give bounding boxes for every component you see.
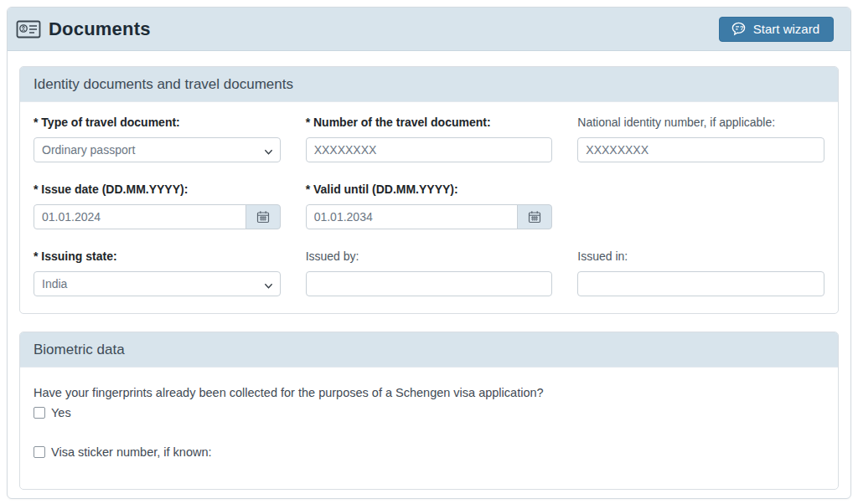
wizard-chat-icon: ? <box>731 21 747 37</box>
identity-documents-panel: Identity documents and travel documents … <box>19 66 839 314</box>
issue-date-input[interactable] <box>34 204 246 229</box>
field-national-id-number: National identity number, if applicable: <box>577 116 824 162</box>
fingerprints-yes-checkbox[interactable] <box>34 407 45 419</box>
travel-doc-number-input[interactable] <box>306 137 553 162</box>
issuing-state-select[interactable]: India <box>34 271 281 296</box>
issued-in-label: Issued in: <box>577 249 824 264</box>
travel-doc-number-label: * Number of the travel document: <box>306 116 553 130</box>
valid-until-label: * Valid until (DD.MM.YYYY): <box>306 183 553 197</box>
national-id-number-label: National identity number, if applicable: <box>577 116 824 130</box>
valid-until-input[interactable] <box>306 204 519 229</box>
field-issued-by: Issued by: <box>306 249 553 296</box>
field-issued-in: Issued in: <box>577 249 824 296</box>
start-wizard-button[interactable]: ? Start wizard <box>719 17 834 42</box>
biometric-panel: Biometric data Have your fingerprints al… <box>19 332 839 490</box>
field-travel-doc-type: * Type of travel document: Ordinary pass… <box>34 116 281 162</box>
field-issuing-state: * Issuing state: India <box>34 249 281 296</box>
visa-sticker-label: Visa sticker number, if known: <box>51 445 212 459</box>
start-wizard-label: Start wizard <box>753 22 819 36</box>
field-travel-doc-number: * Number of the travel document: <box>306 116 553 162</box>
page-header: Documents ? Start wizard <box>8 8 850 51</box>
calendar-icon <box>528 210 541 224</box>
svg-text:?: ? <box>739 24 743 32</box>
fingerprints-question: Have your fingerprints already been coll… <box>34 384 824 401</box>
travel-doc-type-select[interactable]: Ordinary passport <box>34 137 281 162</box>
issuing-state-label: * Issuing state: <box>34 249 281 264</box>
issued-in-input[interactable] <box>577 271 824 296</box>
fingerprints-yes-label: Yes <box>51 406 71 419</box>
calendar-icon <box>256 210 270 224</box>
id-card-icon <box>16 19 41 39</box>
biometric-section-title: Biometric data <box>20 332 838 368</box>
issue-date-calendar-button[interactable] <box>246 204 281 229</box>
visa-sticker-checkbox[interactable] <box>34 446 45 458</box>
page-title: Documents <box>49 18 151 40</box>
issued-by-input[interactable] <box>306 271 553 296</box>
national-id-number-input[interactable] <box>577 137 824 162</box>
fingerprints-yes-row: Yes <box>34 406 824 419</box>
travel-doc-type-label: * Type of travel document: <box>34 116 281 130</box>
issued-by-label: Issued by: <box>306 249 553 264</box>
field-empty-spacer <box>577 183 824 229</box>
card-body: Identity documents and travel documents … <box>8 51 850 499</box>
identity-section-title: Identity documents and travel documents <box>20 67 838 102</box>
valid-until-calendar-button[interactable] <box>517 204 552 229</box>
visa-sticker-row: Visa sticker number, if known: <box>34 445 824 459</box>
field-valid-until: * Valid until (DD.MM.YYYY): <box>306 183 553 229</box>
field-issue-date: * Issue date (DD.MM.YYYY): <box>34 183 281 229</box>
documents-card: Documents ? Start wizard Identity docume… <box>7 7 851 499</box>
issue-date-label: * Issue date (DD.MM.YYYY): <box>34 183 281 197</box>
